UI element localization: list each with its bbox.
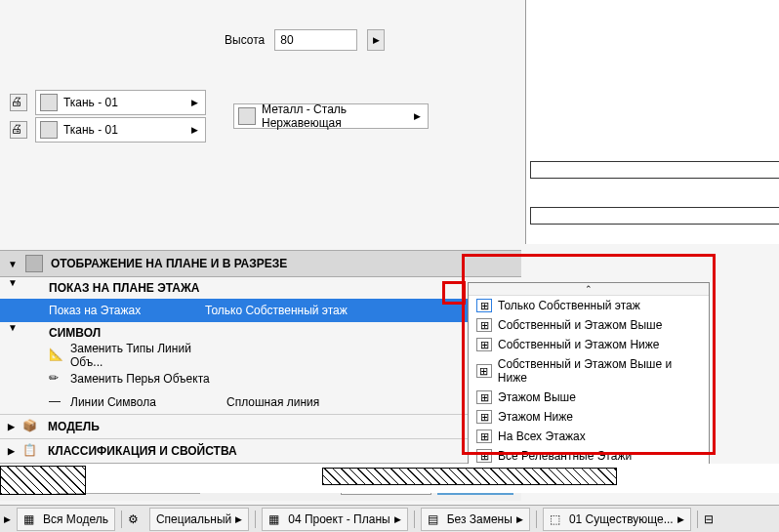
line-icon: —	[49, 394, 64, 410]
row-symbol-lines[interactable]: — Линии Символа Сплошная линия ▶	[0, 390, 521, 414]
material-swatch	[40, 121, 58, 139]
model-icon: 📦	[22, 419, 40, 434]
material-link-icon: 🖨	[10, 94, 27, 111]
dd-option-own-and-below[interactable]: ⊞ Собственный и Этажом Ниже	[469, 335, 709, 354]
chevron-right-icon: ▶	[235, 514, 242, 524]
section-model[interactable]: ▶ 📦 МОДЕЛЬ	[0, 414, 521, 438]
subsection-floor-plan[interactable]: ПОКАЗ НА ПЛАНЕ ЭТАЖА	[0, 277, 521, 299]
chevron-right-icon: ▶	[187, 125, 201, 135]
row-replace-object-pens[interactable]: ✏ Заменить Перья Объекта	[0, 367, 521, 390]
pen-icon: ✏	[49, 371, 64, 387]
chevron-right-icon: ▶	[677, 514, 684, 524]
story-icon: ⊞	[476, 449, 492, 463]
dd-option-own-and-above[interactable]: ⊞ Собственный и Этажом Выше	[469, 315, 709, 335]
height-stepper-button[interactable]: ▶	[367, 29, 385, 51]
section-drawing-strip	[0, 464, 779, 493]
story-icon: ⊞	[476, 430, 492, 443]
scroll-up-arrow[interactable]: ⌃	[469, 283, 709, 296]
tab-project-plans[interactable]: ▦ 04 Проект - Планы ▶	[262, 508, 407, 531]
tab-icon: ⊟	[704, 512, 719, 526]
chevron-right-icon: ▶	[394, 514, 401, 524]
tab-no-replace[interactable]: ▤ Без Замены ▶	[421, 508, 530, 531]
material-metal[interactable]: Металл - Сталь Нержавеющая ▶	[233, 103, 429, 129]
tab-icon: ▤	[428, 512, 443, 526]
dd-option-above[interactable]: ⊞ Этажом Выше	[469, 388, 709, 407]
collapse-toggle[interactable]: ▼	[8, 322, 18, 333]
material-fabric-2[interactable]: Ткань - 01 ▶	[35, 117, 206, 143]
material-swatch	[238, 107, 256, 125]
properties-panel: Высота ▶ 🖨 Ткань - 01 ▶ 🖨 Ткань - 01 ▶	[0, 29, 521, 501]
drawing-canvas	[525, 0, 779, 244]
tab-icon: ⚙	[128, 512, 144, 526]
story-icon: ⊞	[476, 338, 492, 351]
tabs-scroll-left[interactable]: ▶	[4, 514, 11, 524]
chevron-right-icon: ▶	[410, 111, 424, 121]
drawing-shape	[530, 207, 779, 225]
section-icon	[25, 255, 43, 272]
expand-toggle[interactable]: ▶	[8, 446, 15, 456]
story-icon: ⊞	[476, 318, 492, 332]
dd-option-below[interactable]: ⊞ Этажом Ниже	[469, 407, 709, 427]
story-icon: ⊞	[476, 364, 492, 378]
tab-existing[interactable]: ⬚ 01 Существующе... ▶	[543, 508, 691, 531]
row-replace-line-types[interactable]: 📐 Заменить Типы Линий Объ...	[0, 344, 521, 367]
row-show-on-stories[interactable]: Показ на Этажах Только Собственный этаж …	[0, 299, 521, 322]
section-classification[interactable]: ▶ 📋 КЛАССИФИКАЦИЯ И СВОЙСТВА	[0, 438, 521, 463]
chevron-right-icon: ▶	[187, 98, 201, 107]
drawing-shape	[530, 161, 779, 179]
story-dropdown-popup: ⌃ ⊞ Только Собственный этаж ⊞ Собственны…	[468, 282, 710, 467]
collapse-toggle[interactable]: ▼	[8, 259, 18, 269]
section-display[interactable]: ▼ ОТОБРАЖЕНИЕ НА ПЛАНЕ И В РАЗРЕЗЕ	[0, 250, 521, 277]
plan-icon: ▦	[268, 512, 284, 526]
story-icon: ⊞	[476, 390, 492, 404]
height-input[interactable]	[274, 29, 357, 51]
story-icon: ⊞	[476, 299, 492, 312]
height-label: Высота	[225, 33, 265, 47]
expand-toggle[interactable]: ▶	[8, 422, 15, 431]
dd-option-own-above-below[interactable]: ⊞ Собственный и Этажом Выше и Ниже	[469, 354, 709, 388]
classification-icon: 📋	[22, 443, 40, 459]
tab-icon: ⬚	[550, 512, 565, 526]
chevron-right-icon: ▶	[516, 514, 523, 524]
subsection-symbol[interactable]: СИМВОЛ	[0, 322, 521, 344]
dd-option-relevant[interactable]: ⊞ Все Релевантные Этажи	[469, 446, 709, 466]
material-fabric-1[interactable]: Ткань - 01 ▶	[35, 90, 206, 115]
hatch-segment	[0, 466, 86, 495]
dd-option-own-story[interactable]: ⊞ Только Собственный этаж	[469, 296, 709, 315]
dd-option-all[interactable]: ⊞ На Всех Этажах	[469, 427, 709, 446]
tab-special[interactable]: Специальный ▶	[149, 508, 249, 531]
line-types-icon: 📐	[49, 348, 64, 363]
hatch-segment	[322, 468, 617, 485]
collapse-toggle[interactable]: ▼	[8, 277, 18, 288]
material-link-icon: 🖨	[10, 121, 27, 139]
story-icon: ⊞	[476, 410, 492, 424]
material-swatch	[40, 94, 58, 111]
view-tabs-bar: ▶ ▦ Вся Модель ⚙ Специальный ▶ ▦ 04 Прое…	[0, 505, 779, 532]
tab-all-model[interactable]: ▦ Вся Модель	[17, 508, 115, 531]
tab-icon: ▦	[23, 512, 39, 526]
